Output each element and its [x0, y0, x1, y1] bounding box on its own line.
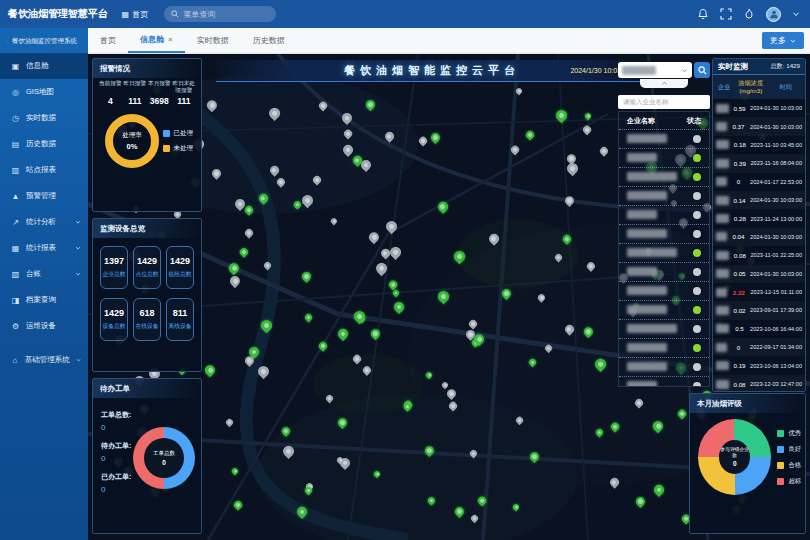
map-pin-offline[interactable]: [553, 252, 563, 262]
collapse-handle[interactable]: [640, 79, 688, 88]
map-pin-online[interactable]: [203, 363, 218, 378]
map-pin-offline[interactable]: [510, 144, 521, 155]
sidebar-item[interactable]: ▣ 信息舱: [0, 53, 88, 79]
notification-icon[interactable]: [697, 8, 709, 20]
sidebar-item[interactable]: ◎ GIS地图: [0, 79, 88, 105]
map-pin-online[interactable]: [238, 246, 250, 258]
map-pin-online[interactable]: [634, 495, 647, 508]
map-pin-offline[interactable]: [330, 217, 339, 226]
realtime-row[interactable]: 0.08 2023-11-01 22:25:00: [713, 246, 805, 264]
sidebar-group-header[interactable]: 餐饮油烟监控管理系统: [0, 28, 88, 53]
map-pin-online[interactable]: [317, 340, 328, 351]
realtime-row[interactable]: 0.39 2023-11-16 08:04:00: [713, 154, 805, 172]
map-pin-offline[interactable]: [418, 135, 429, 146]
realtime-row[interactable]: 0.05 2024-01-30 10:03:00: [713, 265, 805, 283]
map-pin-offline[interactable]: [276, 176, 288, 188]
map-pin-online[interactable]: [300, 270, 313, 283]
map-pin-online[interactable]: [476, 495, 487, 506]
map-pin-offline[interactable]: [340, 111, 354, 125]
enterprise-row[interactable]: [619, 300, 709, 319]
menu-search-input[interactable]: [183, 10, 263, 19]
map-pin-offline[interactable]: [515, 87, 524, 96]
tab-close-icon[interactable]: ×: [168, 35, 173, 44]
map-pin-offline[interactable]: [388, 244, 403, 259]
sidebar-item[interactable]: ▥ 站点报表: [0, 157, 88, 183]
map-pin-offline[interactable]: [362, 364, 374, 376]
chevron-down-icon[interactable]: [792, 10, 800, 18]
realtime-row[interactable]: 0.02 2023-09-01 17:39:00: [713, 301, 805, 319]
nav-home[interactable]: ▦ 首页: [122, 9, 149, 20]
map-pin-offline[interactable]: [300, 192, 315, 207]
map-pin-online[interactable]: [243, 205, 255, 217]
enterprise-row[interactable]: [619, 205, 709, 224]
map-pin-online[interactable]: [231, 467, 240, 476]
enterprise-row[interactable]: [619, 281, 709, 300]
map-pin-offline[interactable]: [325, 393, 335, 403]
map-pin-online[interactable]: [295, 505, 309, 519]
map-pin-offline[interactable]: [598, 145, 610, 157]
realtime-row[interactable]: 0 2024-01-17 22:53:00: [713, 173, 805, 191]
tab[interactable]: 信息舱 ×: [128, 28, 185, 53]
map-pin-online[interactable]: [280, 425, 292, 437]
enterprise-row[interactable]: [619, 148, 709, 167]
map-pin-online[interactable]: [373, 470, 382, 479]
map-pin-offline[interactable]: [255, 364, 270, 379]
map-pin-online[interactable]: [610, 422, 621, 433]
map-pin-offline[interactable]: [367, 230, 382, 245]
map-pin-online[interactable]: [561, 233, 573, 245]
map-pin-offline[interactable]: [468, 319, 479, 330]
map-pin-online[interactable]: [436, 200, 450, 214]
map-pin-offline[interactable]: [228, 273, 242, 287]
more-button[interactable]: 更多: [762, 32, 804, 49]
map-pin-online[interactable]: [430, 131, 443, 144]
map-pin-online[interactable]: [392, 289, 401, 298]
map-pin-offline[interactable]: [563, 323, 575, 335]
map-pin-online[interactable]: [524, 129, 535, 140]
map-pin-online[interactable]: [529, 450, 542, 463]
enterprise-row[interactable]: [619, 129, 709, 148]
hamburger-menu-icon[interactable]: ≡: [98, 7, 106, 22]
tab[interactable]: 历史数据 ×: [241, 28, 297, 53]
map-pin-offline[interactable]: [585, 260, 597, 272]
map-pin-online[interactable]: [336, 416, 349, 429]
realtime-row[interactable]: 0.18 2023-11-10 03:45:00: [713, 136, 805, 154]
realtime-row[interactable]: 0.59 2024-01-30 10:03:00: [713, 99, 805, 117]
map-pin-offline[interactable]: [581, 125, 592, 136]
sidebar-item[interactable]: ⌂ 基础管理系统: [0, 347, 88, 373]
enterprise-row[interactable]: [619, 376, 709, 387]
map-pin-offline[interactable]: [244, 227, 255, 238]
map-pin-offline[interactable]: [563, 194, 576, 207]
map-pin-online[interactable]: [336, 327, 350, 341]
map-pin-offline[interactable]: [225, 418, 235, 428]
realtime-row[interactable]: 0.08 2023-12-03 12:47:00: [713, 375, 805, 392]
map-pin-offline[interactable]: [440, 381, 449, 390]
tab[interactable]: 实时数据 ×: [185, 28, 241, 53]
map-pin-online[interactable]: [651, 419, 666, 434]
realtime-row[interactable]: 0 2022-09-17 01:34:00: [713, 338, 805, 356]
map-pin-online[interactable]: [423, 444, 436, 457]
map-pin-online[interactable]: [257, 192, 269, 204]
map-pin-offline[interactable]: [384, 219, 399, 234]
map-pin-offline[interactable]: [341, 143, 355, 157]
realtime-row[interactable]: 0.19 2023-10-06 13:04:00: [713, 356, 805, 374]
map-pin-online[interactable]: [527, 358, 537, 368]
enterprise-row[interactable]: [619, 167, 709, 186]
enterprise-name-input[interactable]: [618, 95, 710, 109]
map-pin-online[interactable]: [387, 279, 398, 290]
map-pin-offline[interactable]: [281, 444, 296, 459]
map-pin-offline[interactable]: [445, 387, 458, 400]
map-pin-offline[interactable]: [383, 131, 395, 143]
realtime-row[interactable]: 0.04 2024-01-30 10:03:00: [713, 228, 805, 246]
sidebar-item[interactable]: ▤ 历史数据: [0, 131, 88, 157]
realtime-row[interactable]: 0.28 2023-11-24 13:00:00: [713, 209, 805, 227]
enterprise-row[interactable]: [619, 262, 709, 281]
map-pin-online[interactable]: [369, 327, 382, 340]
map-pin-offline[interactable]: [342, 128, 353, 139]
map-pin-offline[interactable]: [536, 293, 547, 304]
search-button[interactable]: [694, 62, 710, 78]
map-pin-online[interactable]: [259, 317, 274, 332]
map-pin-offline[interactable]: [469, 513, 479, 523]
map-pin-online[interactable]: [584, 112, 593, 121]
map-pin-online[interactable]: [594, 428, 604, 438]
realtime-row[interactable]: 0.14 2024-01-30 10:03:00: [713, 191, 805, 209]
